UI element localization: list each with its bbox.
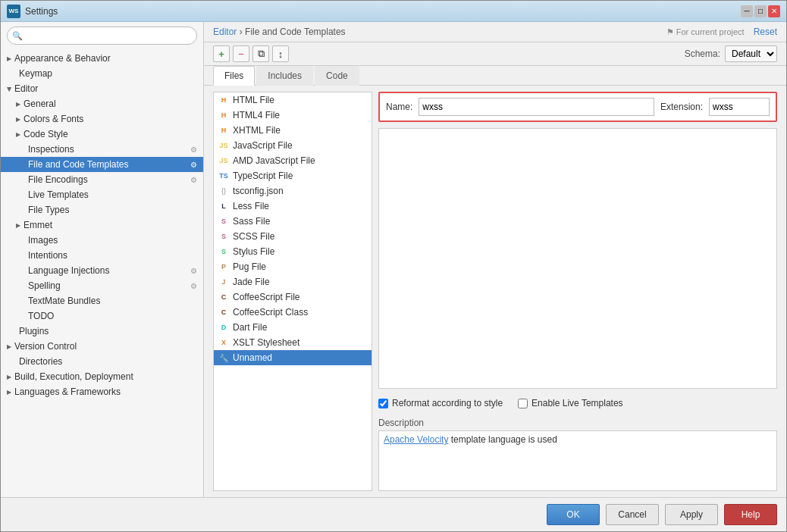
- extension-label: Extension:: [660, 102, 703, 112]
- breadcrumb: Editor › File and Code Templates: [213, 27, 346, 37]
- cancel-button[interactable]: Cancel: [606, 504, 659, 525]
- remove-template-button[interactable]: −: [233, 45, 249, 62]
- panel-body: H HTML File H HTML4 File H XHTML File JS…: [204, 86, 786, 497]
- file-item-javascript[interactable]: JS JavaScript File: [214, 138, 372, 153]
- sidebar-item-colors-fonts[interactable]: ▶ Colors & Fonts: [1, 111, 203, 127]
- titlebar: WS Settings ─ □ ✕: [1, 1, 786, 22]
- file-item-scss[interactable]: S SCSS File: [214, 229, 372, 244]
- file-item-jade[interactable]: J Jade File: [214, 274, 372, 289]
- breadcrumb-editor[interactable]: Editor: [213, 27, 237, 37]
- sidebar-item-file-code-templates[interactable]: File and Code Templates ⚙: [1, 157, 203, 172]
- file-item-amd-javascript[interactable]: JS AMD JavaScript File: [214, 153, 372, 168]
- less-icon: L: [218, 201, 229, 211]
- sidebar-tree: ▶ Appearance & Behavior Keymap ▶ Editor: [1, 49, 203, 497]
- sidebar-item-build[interactable]: ▶ Build, Execution, Deployment: [1, 369, 203, 384]
- sidebar-item-file-types[interactable]: File Types: [1, 202, 203, 217]
- reformat-label: Reformat according to style: [392, 398, 503, 408]
- dialog-footer: OK Cancel Apply Help: [1, 497, 786, 531]
- titlebar-left: WS Settings: [7, 5, 58, 18]
- search-icon: 🔍: [12, 31, 23, 41]
- reset-link[interactable]: Reset: [754, 27, 777, 37]
- apply-button[interactable]: Apply: [665, 504, 718, 525]
- sidebar-item-directories[interactable]: Directories: [1, 354, 203, 369]
- settings-window: WS Settings ─ □ ✕ 🔍 ▶ Appearance & Behav…: [0, 0, 787, 532]
- expand-icon: ▶: [16, 116, 20, 123]
- file-item-coffeescript[interactable]: C CoffeeScript File: [214, 289, 372, 305]
- apache-velocity-link[interactable]: Apache Velocity: [384, 434, 448, 445]
- file-item-tsconfig[interactable]: {} tsconfig.json: [214, 183, 372, 199]
- sidebar-item-todo[interactable]: TODO: [1, 308, 203, 324]
- sidebar-item-code-style[interactable]: ▶ Code Style: [1, 127, 203, 142]
- file-item-dart[interactable]: D Dart File: [214, 320, 372, 335]
- header-right: ⚑ For current project Reset: [666, 27, 777, 37]
- settings-icon: ⚙: [190, 282, 197, 290]
- file-item-xslt[interactable]: X XSLT Stylesheet: [214, 335, 372, 350]
- expand-icon: ▶: [7, 343, 11, 350]
- settings-icon: ⚙: [190, 161, 197, 169]
- sidebar-item-spelling[interactable]: Spelling ⚙: [1, 278, 203, 293]
- ok-button[interactable]: OK: [547, 504, 600, 525]
- coffee-class-icon: C: [218, 307, 229, 318]
- pug-icon: P: [218, 261, 229, 272]
- coffee-icon: C: [218, 292, 229, 302]
- live-templates-checkbox-label[interactable]: Enable Live Templates: [518, 398, 623, 408]
- description-box: Apache Velocity template language is use…: [378, 430, 777, 491]
- file-item-unnamed[interactable]: 🔧 Unnamed: [214, 350, 372, 365]
- expand-icon: ▶: [7, 55, 11, 62]
- schema-label: Schema:: [685, 49, 720, 59]
- tab-includes[interactable]: Includes: [256, 66, 313, 86]
- sidebar-item-images[interactable]: Images: [1, 233, 203, 248]
- sidebar-item-editor[interactable]: ▶ Editor: [1, 81, 203, 96]
- template-editor[interactable]: [378, 128, 777, 389]
- sidebar-item-general[interactable]: ▶ General: [1, 96, 203, 111]
- tab-code[interactable]: Code: [315, 66, 359, 86]
- sass-icon: S: [218, 216, 229, 227]
- sidebar-item-file-encodings[interactable]: File Encodings ⚙: [1, 172, 203, 187]
- tabs-bar: Files Includes Code: [204, 66, 786, 86]
- expand-icon: ▶: [7, 374, 11, 380]
- copy-template-button[interactable]: ⧉: [252, 45, 269, 62]
- sidebar-item-textmate[interactable]: TextMate Bundles: [1, 293, 203, 308]
- sidebar-item-languages[interactable]: ▶ Languages & Frameworks: [1, 384, 203, 399]
- file-item-stylus[interactable]: S Stylus File: [214, 244, 372, 259]
- extension-input[interactable]: [709, 98, 770, 116]
- sidebar-item-keymap[interactable]: Keymap: [1, 66, 203, 81]
- breadcrumb-page: File and Code Templates: [245, 27, 346, 37]
- schema-select[interactable]: Default Project: [725, 45, 777, 62]
- sidebar-item-intentions[interactable]: Intentions: [1, 248, 203, 263]
- sidebar-item-language-injections[interactable]: Language Injections ⚙: [1, 263, 203, 278]
- move-template-button[interactable]: ↕: [272, 45, 289, 62]
- reformat-checkbox[interactable]: [378, 399, 388, 408]
- file-item-xhtml[interactable]: H XHTML File: [214, 123, 372, 138]
- file-item-typescript[interactable]: TS TypeScript File: [214, 168, 372, 183]
- file-item-html[interactable]: H HTML File: [214, 92, 372, 108]
- close-button[interactable]: ✕: [768, 5, 780, 17]
- sidebar-item-emmet[interactable]: ▶ Emmet: [1, 217, 203, 233]
- minimize-button[interactable]: ─: [741, 5, 753, 17]
- main-panel: Editor › File and Code Templates ⚑ For c…: [204, 22, 786, 497]
- sidebar-item-live-templates[interactable]: Live Templates: [1, 187, 203, 202]
- sidebar-item-inspections[interactable]: Inspections ⚙: [1, 142, 203, 157]
- live-templates-checkbox[interactable]: [518, 399, 528, 408]
- xslt-icon: X: [218, 337, 229, 348]
- help-button[interactable]: Help: [724, 504, 777, 525]
- name-input[interactable]: [419, 98, 654, 116]
- reformat-checkbox-label[interactable]: Reformat according to style: [378, 398, 503, 408]
- sidebar-item-plugins[interactable]: Plugins: [1, 324, 203, 339]
- sidebar-item-appearance[interactable]: ▶ Appearance & Behavior: [1, 51, 203, 66]
- tab-files[interactable]: Files: [213, 66, 255, 86]
- schema-wrap: Schema: Default Project: [685, 45, 777, 62]
- search-input[interactable]: [7, 27, 197, 45]
- settings-icon: ⚙: [190, 146, 197, 154]
- html4-icon: H: [218, 110, 229, 120]
- breadcrumb-sep: ›: [240, 27, 245, 37]
- file-item-sass[interactable]: S Sass File: [214, 214, 372, 229]
- add-template-button[interactable]: +: [213, 45, 230, 62]
- file-item-coffeescript-class[interactable]: C CoffeeScript Class: [214, 305, 372, 320]
- maximize-button[interactable]: □: [754, 5, 767, 17]
- file-item-pug[interactable]: P Pug File: [214, 259, 372, 274]
- template-icon: 🔧: [218, 352, 229, 363]
- sidebar-item-version-control[interactable]: ▶ Version Control: [1, 339, 203, 354]
- file-item-less[interactable]: L Less File: [214, 199, 372, 214]
- file-item-html4[interactable]: H HTML4 File: [214, 108, 372, 123]
